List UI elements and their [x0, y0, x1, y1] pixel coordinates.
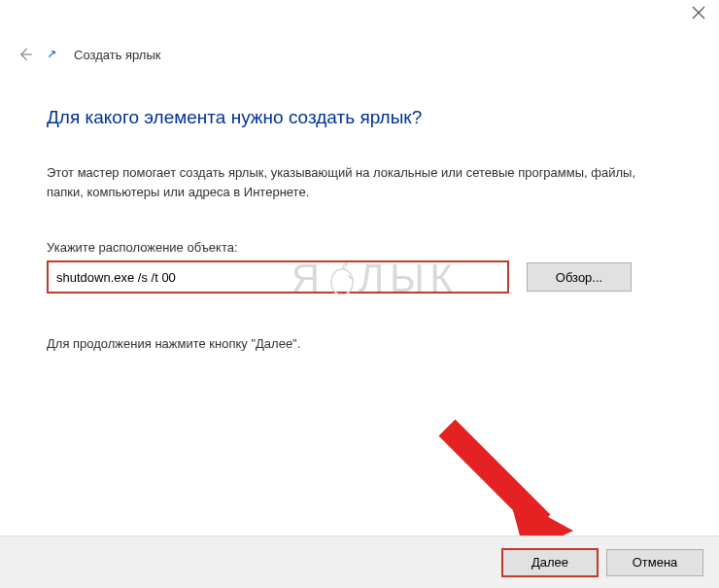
path-input[interactable]	[47, 260, 509, 294]
shortcut-icon	[47, 48, 60, 61]
input-row: Обзор...	[47, 260, 672, 294]
close-icon[interactable]	[692, 6, 705, 19]
continue-hint: Для продолжения нажмите кнопку "Далее".	[47, 336, 672, 351]
next-button[interactable]: Далее	[501, 548, 599, 577]
page-heading: Для какого элемента нужно создать ярлык?	[47, 107, 672, 128]
footer: Далее Отмена	[0, 536, 719, 588]
wizard-title: Создать ярлык	[74, 48, 160, 62]
header-row: Создать ярлык	[0, 35, 719, 64]
cancel-button[interactable]: Отмена	[606, 549, 703, 576]
svg-line-3	[447, 428, 542, 523]
content-area: Для какого элемента нужно создать ярлык?…	[0, 64, 719, 351]
browse-button[interactable]: Обзор...	[527, 262, 632, 292]
back-arrow-icon[interactable]	[16, 45, 35, 64]
path-label: Укажите расположение объекта:	[47, 240, 672, 255]
description-text: Этот мастер помогает создать ярлык, указ…	[47, 163, 672, 201]
titlebar	[0, 0, 719, 35]
